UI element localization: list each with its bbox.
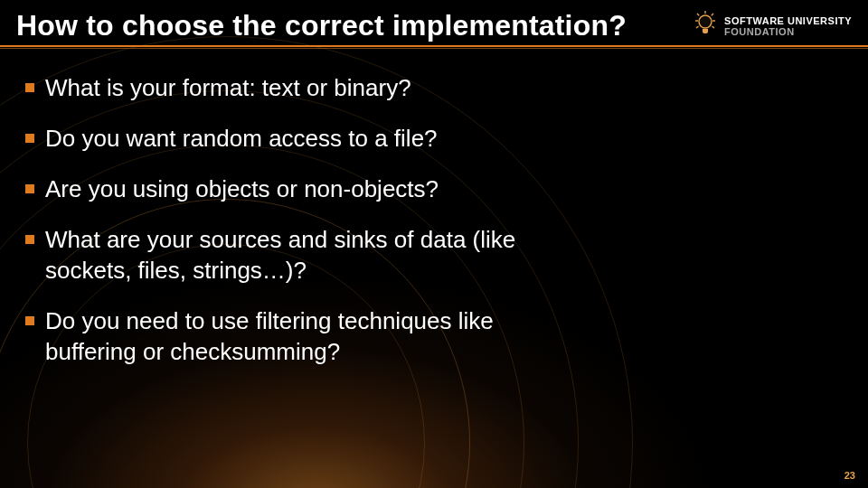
bullet-list: What is your format: text or binary? Do … (25, 72, 832, 367)
header-divider (0, 45, 868, 51)
list-item: Are you using objects or non-objects? (25, 174, 586, 204)
content-area: What is your format: text or binary? Do … (25, 72, 832, 387)
list-item: What are your sources and sinks of data … (25, 224, 586, 286)
brand-line1: SOFTWARE UNIVERSITY (724, 15, 852, 26)
svg-line-6 (696, 26, 699, 28)
svg-line-5 (712, 14, 713, 15)
brand-line2: FOUNDATION (724, 26, 852, 37)
slide: How to choose the correct implementation… (0, 0, 868, 488)
page-number: 23 (844, 470, 855, 481)
brand-logo: SOFTWARE UNIVERSITY FOUNDATION (692, 5, 852, 43)
svg-line-7 (712, 26, 715, 28)
slide-title: How to choose the correct implementation… (16, 5, 627, 42)
list-item: Do you want random access to a file? (25, 123, 586, 154)
lightbulb-icon (692, 9, 719, 43)
list-item: Do you need to use filtering techniques … (25, 305, 586, 367)
svg-line-4 (697, 14, 699, 15)
brand-text: SOFTWARE UNIVERSITY FOUNDATION (724, 15, 852, 37)
list-item: What is your format: text or binary? (25, 72, 586, 103)
svg-point-0 (699, 15, 712, 28)
